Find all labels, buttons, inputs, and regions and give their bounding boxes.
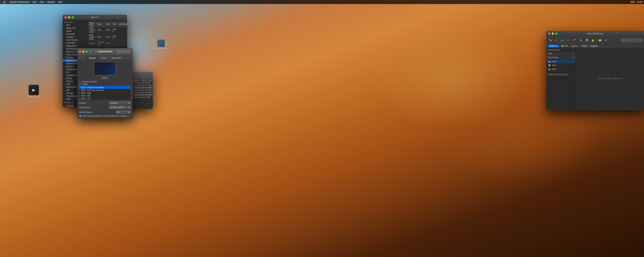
mail-tab-flagged[interactable]: Flagged <box>589 45 598 47</box>
new-folder-btn[interactable]: 📁 <box>598 38 602 43</box>
res-item-3[interactable]: 3840 × 1080 <box>80 92 131 94</box>
sidebar-apple-pay[interactable]: Apple Pay <box>63 27 86 30</box>
reply-all-btn[interactable]: ↩↩ <box>560 38 564 43</box>
mail-search-input[interactable] <box>620 38 642 42</box>
mail-tabs: Mailboxes ⭐ VIPs 📤 Sent Drafts Flagged <box>546 44 644 48</box>
menu-bar: 🍎 System Preferences Edit View Window He… <box>0 0 644 4</box>
sidebar-ata[interactable]: ATA <box>63 24 86 27</box>
sidebar-diagnostics[interactable]: Diagnostics <box>63 44 86 47</box>
inbox-label: Inbox <box>548 52 552 55</box>
col-kind[interactable]: Kind <box>148 79 153 81</box>
mail-window-title: Inbox (Read Only) <box>587 33 603 35</box>
sidebar-sent[interactable]: 📤 Sent <box>546 67 576 71</box>
mail-max-btn[interactable] <box>555 33 558 35</box>
tab-display[interactable]: Display <box>86 56 98 60</box>
sidebar-audio[interactable]: Audio <box>63 30 86 33</box>
mail-close-btn[interactable] <box>548 33 550 35</box>
help-button[interactable]: ? <box>128 115 130 117</box>
row4-size: 37.1 MB <box>145 89 152 91</box>
row7-size: 37 MB <box>145 96 152 98</box>
row3-size: 37.3 MB <box>145 87 152 89</box>
mirroring-checkbox[interactable]: ✓ <box>79 115 81 117</box>
mail-tab-mailboxes[interactable]: Mailboxes <box>548 45 559 47</box>
spam-btn[interactable]: ⚠️ <box>590 38 595 43</box>
tab-color[interactable]: Color <box>99 56 109 60</box>
compose-btn[interactable]: ✏️ <box>548 38 552 43</box>
display-base <box>100 78 110 79</box>
col-slot: Slot <box>112 22 118 27</box>
desktop-video-icon[interactable]: Video.MOV <box>28 85 39 98</box>
desktop-file-item[interactable]: wp4473706.jpg <box>155 40 167 50</box>
mail-toolbar: ✏️ ↩ ↩↩ ↪ 🚩 🗑 📦 ⚠️ 📁 ••• <box>546 36 644 44</box>
sidebar-bluetooth[interactable]: Bluetooth <box>63 33 86 36</box>
col-videocard: Video Card <box>88 22 96 27</box>
videocard-row-3[interactable]: Display External GPU PCIe <box>88 41 127 46</box>
videocard-row-1[interactable]: AMD FirePro D500 GPU PCIe Slot-1 <box>88 27 127 34</box>
more-btn[interactable]: ••• <box>604 38 608 43</box>
app-name-menu[interactable]: System Preferences <box>8 1 31 3</box>
display-back-btn[interactable]: ‹ <box>89 50 93 53</box>
flag-btn[interactable]: 🚩 <box>573 38 578 43</box>
reply-btn[interactable]: ↩ <box>554 38 558 43</box>
res-item-4[interactable]: 3200 × 900 <box>80 94 131 97</box>
minimize-button[interactable] <box>68 16 70 19</box>
sort-label[interactable]: Sort by Date <box>548 57 558 59</box>
refresh-rate-select[interactable]: 60 Hertz (NTSC) <box>109 106 131 109</box>
mail-inbox-section: Inbox ↻ <box>546 52 576 56</box>
mirroring-checkbox-row: ✓ Show mirroring options in the menu bar… <box>79 115 131 117</box>
display-max-btn[interactable] <box>86 51 88 53</box>
radio-default[interactable] <box>79 81 81 83</box>
col-size[interactable]: Size <box>142 79 148 81</box>
maximize-button[interactable] <box>72 16 74 19</box>
sidebar-card-reader[interactable]: Card Reader <box>63 38 86 41</box>
close-button[interactable] <box>64 16 67 19</box>
help-menu[interactable]: Help <box>56 1 64 3</box>
sidebar-vips[interactable]: ⭐ VIPs <box>546 63 576 67</box>
videocard-row-2[interactable]: AMD FirePro D500 GPU PCIe Slot-2 <box>88 34 127 41</box>
vips-label-2: VIPs <box>552 64 556 66</box>
desktop-file-icon <box>157 40 165 47</box>
mail-tab-vips[interactable]: ⭐ VIPs <box>560 45 569 47</box>
vips-icon: ⭐ <box>548 64 551 66</box>
desktop-file-label: wp4473706.jpg <box>155 48 167 50</box>
sidebar-inbox[interactable]: 📥 Inbox <box>546 59 576 63</box>
toolbar-sep-2 <box>596 38 596 42</box>
refresh-rate-row: Refresh Rate: 60 Hertz (NTSC) <box>79 106 131 109</box>
mail-tab-sent[interactable]: 📤 Sent <box>570 45 580 47</box>
row5-kind: Sony A...Image <box>152 91 153 94</box>
display-preview-img <box>94 62 116 76</box>
display-search-input[interactable] <box>116 50 131 53</box>
apple-menu[interactable]: 🍎 <box>2 1 8 4</box>
mail-min-btn[interactable] <box>552 33 554 35</box>
res-item-2[interactable]: 3840 × 2160 (low resolution) <box>80 89 131 92</box>
col-bus: Bus <box>105 22 112 27</box>
display-grid-btn[interactable]: ⊞ <box>99 50 104 53</box>
res-item-5[interactable]: 2560 × 720 <box>80 97 131 100</box>
vc2-bus: PCIe <box>105 34 112 41</box>
window-menu[interactable]: Window <box>46 1 56 3</box>
display-close-btn[interactable] <box>79 51 81 53</box>
rotation-select[interactable]: Standard <box>109 101 131 105</box>
sidebar-camera[interactable]: Camera <box>63 36 86 38</box>
sysinfo-title: Mac Pro <box>91 16 99 19</box>
col-id: spdisplays_gpu_number_at_location <box>118 22 127 27</box>
airplay-select[interactable]: Off <box>116 111 131 114</box>
res-item-1[interactable]: 5120 × 1440 (low resolution) <box>80 86 131 89</box>
view-menu[interactable]: View <box>38 1 46 3</box>
display-fwd-btn[interactable]: › <box>94 50 98 53</box>
display-min-btn[interactable] <box>82 51 84 53</box>
edit-menu[interactable]: Edit <box>31 1 38 3</box>
menu-bar-wifi[interactable]: WiFi <box>630 1 635 3</box>
radio-scaled[interactable] <box>79 83 81 85</box>
sidebar-controller[interactable]: Controller <box>63 41 86 44</box>
display-body: Default for display Scaled 5120 × 1440 (… <box>78 60 133 118</box>
delete-btn[interactable]: 🗑 <box>578 38 584 43</box>
archive-btn[interactable]: 📦 <box>584 38 589 43</box>
resolution-default-label: Default for display <box>82 81 97 83</box>
smart-mailboxes-header: Smart Mailboxes <box>546 73 576 76</box>
tab-night-shift[interactable]: Night Shift <box>109 56 124 60</box>
forward-btn[interactable]: ↪ <box>566 38 570 43</box>
resolution-row-scaled: Scaled <box>79 83 131 85</box>
refresh-btn[interactable]: ↻ <box>572 52 574 55</box>
mail-tab-drafts[interactable]: Drafts <box>580 45 588 47</box>
